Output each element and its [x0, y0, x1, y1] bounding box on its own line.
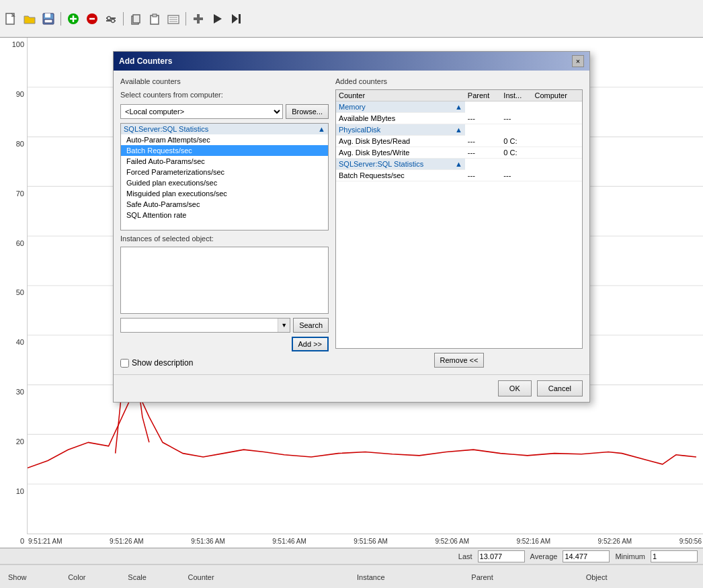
added-table: Counter Parent Inst... Computer Memory▲A…	[336, 90, 582, 181]
search-row: ▼ Search	[120, 318, 329, 333]
search-button[interactable]: Search	[293, 318, 329, 333]
right-panel: Added counters Counter Parent Inst... Co…	[335, 77, 583, 368]
dialog-close-button[interactable]: ×	[572, 55, 584, 67]
svg-rect-16	[153, 14, 157, 17]
add-button[interactable]: Add >>	[292, 337, 329, 351]
table-row[interactable]: PhysicalDisk▲	[336, 124, 582, 136]
added-col-parent: Parent	[465, 90, 501, 101]
dialog-body: Available counters Select counters from …	[114, 71, 589, 374]
new-icon[interactable]	[3, 11, 19, 27]
counters-listbox[interactable]: SQLServer:SQL Statistics ▲ Auto-Param At…	[120, 123, 329, 230]
instances-label: Instances of selected object:	[120, 235, 329, 243]
min-label: Minimum	[615, 552, 645, 560]
search-dropdown-button[interactable]: ▼	[278, 319, 290, 332]
table-row[interactable]: SQLServer:SQL Statistics▲	[336, 159, 582, 171]
table-row[interactable]: Batch Requests/sec------	[336, 170, 582, 181]
properties-icon[interactable]	[103, 11, 119, 27]
svg-marker-23	[214, 14, 222, 24]
svg-point-11	[108, 16, 111, 19]
counter-item-3[interactable]: Forced Parameterizations/sec	[121, 167, 328, 177]
table-row[interactable]: Available MBytes------	[336, 113, 582, 124]
search-input-wrapper: ▼	[120, 318, 290, 333]
save-icon[interactable]	[40, 11, 56, 27]
col-object: Object	[583, 573, 698, 581]
dialog-title-bar: Add Counters ×	[114, 52, 589, 71]
counter-item-0[interactable]: Auto-Param Attempts/sec	[121, 134, 328, 145]
svg-rect-14	[133, 15, 140, 23]
step-forward-icon[interactable]	[228, 11, 244, 27]
folder-icon[interactable]	[22, 11, 38, 27]
counter-item-1[interactable]: Batch Requests/sec	[121, 145, 328, 156]
add-icon[interactable]	[65, 11, 81, 27]
play-icon[interactable]	[209, 11, 225, 27]
ok-button[interactable]: OK	[498, 380, 532, 396]
svg-rect-22	[194, 17, 203, 20]
instances-listbox[interactable]	[120, 247, 329, 314]
remove-row: Remove <<	[335, 353, 583, 368]
svg-marker-24	[232, 14, 238, 24]
min-value-input[interactable]	[651, 550, 698, 562]
svg-rect-3	[44, 19, 52, 23]
added-col-computer: Computer	[532, 90, 583, 101]
col-parent: Parent	[468, 573, 583, 581]
added-col-counter: Counter	[336, 90, 465, 101]
counter-item-4[interactable]: Guided plan executions/sec	[121, 177, 328, 188]
separator2	[123, 12, 124, 26]
show-description-label: Show description	[132, 358, 193, 368]
col-scale: Scale	[125, 573, 185, 581]
added-col-inst: Inst...	[501, 90, 532, 101]
counter-item-7[interactable]: SQL Attention rate	[121, 210, 328, 220]
table-row[interactable]: Avg. Disk Bytes/Write---0 C:	[336, 147, 582, 159]
dialog-title: Add Counters	[119, 56, 172, 66]
separator	[60, 12, 61, 26]
computer-select[interactable]: <Local computer>	[120, 104, 283, 119]
col-counter: Counter	[185, 573, 355, 581]
add-row: Add >>	[120, 337, 329, 351]
browse-button[interactable]: Browse...	[286, 104, 329, 119]
left-panel: Available counters Select counters from …	[120, 77, 329, 368]
svg-rect-2	[45, 13, 50, 17]
counter-item-2[interactable]: Failed Auto-Params/sec	[121, 156, 328, 167]
col-show: Show	[5, 573, 65, 581]
available-counters-label: Available counters	[120, 77, 329, 85]
added-counters-listbox[interactable]: Counter Parent Inst... Computer Memory▲A…	[335, 89, 583, 349]
dialog-overlay: Add Counters × Available counters Select…	[0, 38, 703, 548]
delete-icon[interactable]	[84, 11, 100, 27]
col-instance: Instance	[354, 573, 468, 581]
last-value-input[interactable]	[478, 550, 525, 562]
added-counters-label: Added counters	[335, 77, 583, 85]
counter-item-5[interactable]: Misguided plan executions/sec	[121, 188, 328, 199]
table-row[interactable]: Avg. Disk Bytes/Read---0 C:	[336, 136, 582, 147]
table-row[interactable]: Memory▲	[336, 101, 582, 114]
show-description-row: Show description	[120, 358, 329, 368]
freeze-icon[interactable]	[190, 11, 206, 27]
svg-point-12	[112, 19, 115, 22]
copy-icon[interactable]	[128, 11, 144, 27]
avg-label: Average	[530, 552, 558, 560]
computer-row: <Local computer> Browse...	[120, 104, 329, 119]
stats-row: Last Average Minimum	[0, 548, 703, 564]
cancel-button[interactable]: Cancel	[537, 380, 583, 396]
columns-row: Show Color Scale Counter Instance Parent…	[0, 564, 703, 588]
bottom-bar: Last Average Minimum Show Color Scale Co…	[0, 548, 703, 588]
counter-item-6[interactable]: Safe Auto-Params/sec	[121, 199, 328, 210]
svg-rect-25	[239, 14, 241, 24]
avg-value-input[interactable]	[563, 550, 610, 562]
show-description-checkbox[interactable]	[120, 359, 129, 368]
dialog-footer: OK Cancel	[114, 374, 589, 402]
paste-icon[interactable]	[147, 11, 163, 27]
search-input[interactable]	[121, 319, 278, 332]
select-computer-label: Select counters from computer:	[120, 91, 329, 99]
add-counters-dialog: Add Counters × Available counters Select…	[113, 51, 590, 403]
separator3	[185, 12, 186, 26]
counter-group-header[interactable]: SQLServer:SQL Statistics ▲	[121, 124, 328, 134]
toolbar	[0, 0, 703, 38]
last-label: Last	[458, 552, 472, 560]
col-color: Color	[65, 573, 125, 581]
clear-icon[interactable]	[165, 11, 181, 27]
remove-button[interactable]: Remove <<	[434, 353, 485, 368]
